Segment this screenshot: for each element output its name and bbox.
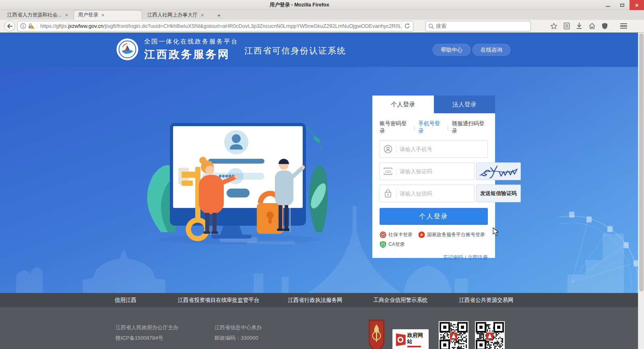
security-shield-badge[interactable] [367,320,386,349]
search-bar[interactable] [425,21,531,31]
footer-link-public-resources[interactable]: 江西省公共资源交易网 [459,297,514,304]
maximize-button[interactable] [615,0,630,10]
minimize-button[interactable] [601,0,615,10]
menu-icon[interactable] [620,23,627,29]
captcha-field-wrap: 123 [380,162,475,180]
method-ganfutong-qr[interactable]: 赣服通扫码登录 [452,120,488,135]
navigation-toolbar: https://gftjis.jxzwfww.gov.cn/jisgft/fro… [0,20,644,33]
lock-warning-icon [28,23,35,29]
home-icon[interactable] [588,23,596,29]
phone-row [380,140,488,158]
site-logo [116,38,138,60]
alt-login-row-2: CA登录 [380,241,488,248]
system-title: 江西省可信身份认证系统 [244,45,346,56]
site-brand: 全国一体化在线政务服务平台 江西政务服务网 [144,37,238,62]
tab-close-icon[interactable]: × [101,12,105,18]
login-form: 账号密码登录 | 手机号登录 | 赣服通扫码登录 [372,113,495,261]
toolbar-icons [550,23,627,30]
ca-login[interactable]: CA登录 [380,241,405,248]
footer-link-credit-warning[interactable]: 工商企业信用警示系统 [374,297,428,304]
sms-lock-icon [380,189,396,198]
ca-icon [380,241,386,248]
footer-organizer: 江西省信息中心承办 [215,324,262,331]
tab-user-login[interactable]: 用户登录 × [74,10,142,20]
close-button[interactable]: × [630,0,644,10]
ferris-wheel [559,206,644,293]
send-sms-button[interactable]: 发送短信验证码 [476,185,521,202]
register-link[interactable]: 立即注册 [468,255,488,260]
mouse-cursor [493,227,499,236]
title-bar: 用户登录 - Mozilla Firefox × [0,0,644,10]
method-separator: | [414,125,415,131]
login-illustration [143,111,328,244]
footer-icp: 赣ICP备15008784号 [116,334,163,342]
search-icon [428,23,434,29]
footer-sponsor: 江西省人民政府办公厅主办 [116,324,178,331]
tab-close-icon[interactable]: × [201,12,204,18]
phone-input[interactable] [396,146,487,152]
sms-row: 发送短信验证码 [380,185,488,202]
tab-corporate-login[interactable]: 法人登录 [434,96,495,113]
site-header: 全国一体化在线政务服务平台 江西政务服务网 江西省可信身份认证系统 帮助中心 在… [0,33,644,67]
method-account-password[interactable]: 账号密码登录 [380,120,411,135]
footer-link-law-enforcement[interactable]: 江西省行政执法服务网 [288,297,343,304]
personal-login-button[interactable]: 个人登录 [380,208,488,225]
captcha-input[interactable] [396,168,474,174]
scrollbar-thumb[interactable] [639,33,644,291]
link-separator: | [465,255,466,260]
window-title: 用户登录 - Mozilla Firefox [0,0,599,10]
reload-button[interactable] [401,22,411,31]
national-platform-login[interactable]: 国家政务服务平台账号登录 [418,231,485,238]
captcha-row: 123 [380,162,488,180]
card-links: 忘记密码|立即注册 [380,254,488,261]
national-emblem-icon [418,231,425,238]
login-method-row: 账号密码登录 | 手机号登录 | 赣服通扫码登录 [380,120,488,135]
footer-link-investment-platform[interactable]: 江西省投资项目在线审批监管平台 [178,297,260,304]
back-icon [7,24,12,29]
footer-link-bar: 信用江西 江西省投资项目在线审批监管平台 江西省行政执法服务网 工商企业信用警示… [0,293,644,307]
sms-code-input[interactable] [396,191,474,197]
search-input[interactable] [436,23,516,29]
gov-badge-subline [407,346,421,347]
tab-jiangxi-hr[interactable]: 江西省人力资源和社会... × [3,10,72,20]
reading-list-icon[interactable] [564,23,570,29]
tab-close-icon[interactable]: × [65,12,68,18]
reload-icon [404,23,410,29]
online-consult-button[interactable]: 在线咨询 [472,44,511,56]
vertical-scrollbar[interactable] [638,33,644,349]
hero-section: 个人登录 法人登录 账号密码登录 | 手机号登录 | 赣服通扫码登录 [0,67,644,293]
forgot-password-link[interactable]: 忘记密码 [443,255,463,260]
social-card-login[interactable]: 社保卡登录 [380,231,413,238]
tab-jiangxi-service-hall[interactable]: 江西人社网上办事大厅 × [143,10,213,20]
sms-field-wrap [380,185,475,202]
back-button[interactable] [4,21,15,31]
method-separator: | [447,125,449,131]
window-controls: × [601,0,644,10]
qr-code [439,321,469,349]
captcha-image[interactable] [476,162,521,180]
info-icon [20,23,26,29]
tab-personal-login[interactable]: 个人登录 [372,96,434,113]
login-card: 个人登录 法人登录 账号密码登录 | 手机号登录 | 赣服通扫码登录 [372,96,495,258]
phone-field-wrap [380,140,488,158]
footer-postcode: 邮政编码：330000 [215,334,258,342]
captcha-icon: 123 [380,167,396,175]
bookmark-star-icon[interactable] [550,23,557,30]
site-name: 江西政务服务网 [144,47,238,62]
footer-link-credit-jiangxi[interactable]: 信用江西 [115,297,136,304]
alt-login-row-1: 社保卡登录 国家政务服务平台账号登录 [380,231,488,238]
gov-website-badge[interactable]: 政府网站 [392,329,429,349]
gov-badge-label: 政府网站 [407,332,427,345]
url-bar[interactable]: https://gftjis.jxzwfww.gov.cn/jisgft/fro… [17,21,413,31]
footer-bottom: 江西省人民政府办公厅主办 赣ICP备15008784号 江西省信息中心承办 邮政… [0,307,644,349]
shield-icon[interactable] [602,23,608,29]
new-tab-button[interactable]: + [214,11,224,20]
tab-bar: 江西省人力资源和社会... × 用户登录 × 江西人社网上办事大厅 × + [0,10,644,20]
login-tabs: 个人登录 法人登录 [372,96,495,113]
help-center-button[interactable]: 帮助中心 [432,44,471,56]
download-icon[interactable] [576,23,582,29]
url-text: https://gftjis.jxzwfww.gov.cn/jisgft/fro… [40,23,401,29]
svg-text:123: 123 [385,170,391,174]
method-phone[interactable]: 手机号登录 [418,120,444,135]
site-identity[interactable] [20,23,37,29]
